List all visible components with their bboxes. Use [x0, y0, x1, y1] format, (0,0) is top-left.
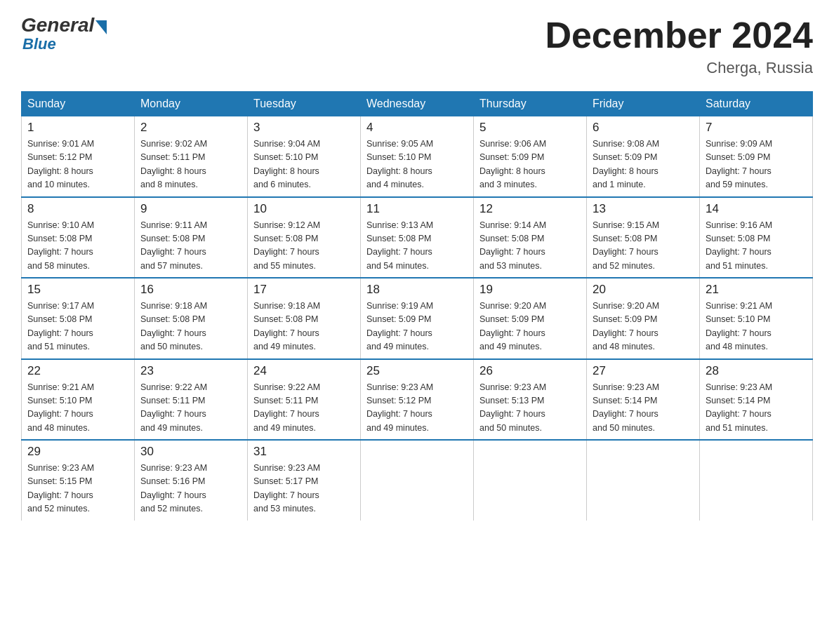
day-number: 18: [366, 283, 468, 297]
day-number: 6: [593, 121, 694, 135]
day-info: Sunrise: 9:06 AM Sunset: 5:09 PM Dayligh…: [479, 137, 581, 192]
day-number: 5: [479, 121, 581, 135]
day-info: Sunrise: 9:10 AM Sunset: 5:08 PM Dayligh…: [27, 219, 128, 274]
day-info: Sunrise: 9:23 AM Sunset: 5:14 PM Dayligh…: [706, 381, 807, 436]
weekday-header-friday: Friday: [587, 92, 700, 116]
calendar-day-cell: [361, 440, 474, 521]
day-number: 13: [593, 202, 694, 216]
calendar-day-cell: 3 Sunrise: 9:04 AM Sunset: 5:10 PM Dayli…: [248, 116, 361, 197]
calendar-day-cell: 26 Sunrise: 9:23 AM Sunset: 5:13 PM Dayl…: [474, 359, 587, 441]
calendar-day-cell: 10 Sunrise: 9:12 AM Sunset: 5:08 PM Dayl…: [248, 197, 361, 279]
calendar-day-cell: 2 Sunrise: 9:02 AM Sunset: 5:11 PM Dayli…: [135, 116, 248, 197]
calendar-day-cell: 30 Sunrise: 9:23 AM Sunset: 5:16 PM Dayl…: [135, 440, 248, 521]
day-info: Sunrise: 9:11 AM Sunset: 5:08 PM Dayligh…: [140, 219, 241, 274]
day-number: 24: [253, 364, 355, 378]
day-info: Sunrise: 9:23 AM Sunset: 5:12 PM Dayligh…: [366, 381, 468, 436]
day-number: 15: [27, 283, 128, 297]
calendar-day-cell: [700, 440, 813, 521]
day-number: 12: [479, 202, 581, 216]
day-number: 27: [593, 364, 694, 378]
calendar-day-cell: 24 Sunrise: 9:22 AM Sunset: 5:11 PM Dayl…: [248, 359, 361, 441]
day-info: Sunrise: 9:23 AM Sunset: 5:13 PM Dayligh…: [479, 381, 581, 436]
day-info: Sunrise: 9:18 AM Sunset: 5:08 PM Dayligh…: [253, 300, 355, 354]
day-info: Sunrise: 9:23 AM Sunset: 5:16 PM Dayligh…: [140, 462, 241, 516]
calendar-day-cell: 16 Sunrise: 9:18 AM Sunset: 5:08 PM Dayl…: [135, 278, 248, 359]
calendar-title: December 2024: [545, 14, 813, 56]
day-info: Sunrise: 9:17 AM Sunset: 5:08 PM Dayligh…: [27, 300, 128, 354]
title-block: December 2024 Cherga, Russia: [545, 14, 813, 77]
calendar-table: SundayMondayTuesdayWednesdayThursdayFrid…: [21, 91, 813, 521]
day-number: 1: [27, 121, 128, 135]
calendar-day-cell: 15 Sunrise: 9:17 AM Sunset: 5:08 PM Dayl…: [22, 278, 135, 359]
day-info: Sunrise: 9:18 AM Sunset: 5:08 PM Dayligh…: [140, 300, 241, 354]
day-info: Sunrise: 9:16 AM Sunset: 5:08 PM Dayligh…: [706, 219, 807, 274]
calendar-day-cell: 5 Sunrise: 9:06 AM Sunset: 5:09 PM Dayli…: [474, 116, 587, 197]
day-number: 23: [140, 364, 241, 378]
calendar-day-cell: 12 Sunrise: 9:14 AM Sunset: 5:08 PM Dayl…: [474, 197, 587, 279]
calendar-day-cell: 11 Sunrise: 9:13 AM Sunset: 5:08 PM Dayl…: [361, 197, 474, 279]
weekday-header-thursday: Thursday: [474, 92, 587, 116]
calendar-day-cell: 22 Sunrise: 9:21 AM Sunset: 5:10 PM Dayl…: [22, 359, 135, 441]
day-number: 3: [253, 121, 355, 135]
day-info: Sunrise: 9:01 AM Sunset: 5:12 PM Dayligh…: [27, 137, 128, 192]
weekday-header-monday: Monday: [135, 92, 248, 116]
day-number: 8: [27, 202, 128, 216]
day-number: 20: [593, 283, 694, 297]
calendar-week-row: 29 Sunrise: 9:23 AM Sunset: 5:15 PM Dayl…: [22, 440, 813, 521]
calendar-day-cell: [587, 440, 700, 521]
day-info: Sunrise: 9:23 AM Sunset: 5:15 PM Dayligh…: [27, 462, 128, 516]
day-info: Sunrise: 9:21 AM Sunset: 5:10 PM Dayligh…: [27, 381, 128, 436]
calendar-day-cell: 7 Sunrise: 9:09 AM Sunset: 5:09 PM Dayli…: [700, 116, 813, 197]
day-info: Sunrise: 9:23 AM Sunset: 5:14 PM Dayligh…: [593, 381, 694, 436]
day-info: Sunrise: 9:12 AM Sunset: 5:08 PM Dayligh…: [253, 219, 355, 274]
day-info: Sunrise: 9:13 AM Sunset: 5:08 PM Dayligh…: [366, 219, 468, 274]
calendar-day-cell: 20 Sunrise: 9:20 AM Sunset: 5:09 PM Dayl…: [587, 278, 700, 359]
day-info: Sunrise: 9:05 AM Sunset: 5:10 PM Dayligh…: [366, 137, 468, 192]
calendar-week-row: 22 Sunrise: 9:21 AM Sunset: 5:10 PM Dayl…: [22, 359, 813, 441]
logo-blue-text: Blue: [22, 35, 56, 53]
day-info: Sunrise: 9:22 AM Sunset: 5:11 PM Dayligh…: [140, 381, 241, 436]
calendar-day-cell: 29 Sunrise: 9:23 AM Sunset: 5:15 PM Dayl…: [22, 440, 135, 521]
day-number: 21: [706, 283, 807, 297]
day-info: Sunrise: 9:23 AM Sunset: 5:17 PM Dayligh…: [253, 462, 355, 516]
calendar-day-cell: 6 Sunrise: 9:08 AM Sunset: 5:09 PM Dayli…: [587, 116, 700, 197]
day-number: 28: [706, 364, 807, 378]
day-number: 2: [140, 121, 241, 135]
calendar-day-cell: 28 Sunrise: 9:23 AM Sunset: 5:14 PM Dayl…: [700, 359, 813, 441]
day-number: 29: [27, 445, 128, 459]
day-number: 17: [253, 283, 355, 297]
day-info: Sunrise: 9:02 AM Sunset: 5:11 PM Dayligh…: [140, 137, 241, 192]
calendar-day-cell: 21 Sunrise: 9:21 AM Sunset: 5:10 PM Dayl…: [700, 278, 813, 359]
logo-general-text: General: [21, 14, 94, 36]
day-number: 31: [253, 445, 355, 459]
day-info: Sunrise: 9:20 AM Sunset: 5:09 PM Dayligh…: [593, 300, 694, 354]
calendar-week-row: 8 Sunrise: 9:10 AM Sunset: 5:08 PM Dayli…: [22, 197, 813, 279]
calendar-header-row: SundayMondayTuesdayWednesdayThursdayFrid…: [22, 92, 813, 116]
day-number: 14: [706, 202, 807, 216]
logo-arrow-icon: [95, 20, 107, 34]
day-info: Sunrise: 9:20 AM Sunset: 5:09 PM Dayligh…: [479, 300, 581, 354]
calendar-week-row: 15 Sunrise: 9:17 AM Sunset: 5:08 PM Dayl…: [22, 278, 813, 359]
day-info: Sunrise: 9:09 AM Sunset: 5:09 PM Dayligh…: [706, 137, 807, 192]
day-info: Sunrise: 9:14 AM Sunset: 5:08 PM Dayligh…: [479, 219, 581, 274]
calendar-day-cell: 19 Sunrise: 9:20 AM Sunset: 5:09 PM Dayl…: [474, 278, 587, 359]
day-number: 25: [366, 364, 468, 378]
calendar-day-cell: [474, 440, 587, 521]
day-number: 11: [366, 202, 468, 216]
calendar-day-cell: 23 Sunrise: 9:22 AM Sunset: 5:11 PM Dayl…: [135, 359, 248, 441]
calendar-day-cell: 8 Sunrise: 9:10 AM Sunset: 5:08 PM Dayli…: [22, 197, 135, 279]
day-number: 26: [479, 364, 581, 378]
weekday-header-wednesday: Wednesday: [361, 92, 474, 116]
day-number: 19: [479, 283, 581, 297]
day-info: Sunrise: 9:22 AM Sunset: 5:11 PM Dayligh…: [253, 381, 355, 436]
page-header: General Blue December 2024 Cherga, Russi…: [21, 14, 813, 77]
day-info: Sunrise: 9:04 AM Sunset: 5:10 PM Dayligh…: [253, 137, 355, 192]
logo: General Blue: [21, 14, 107, 53]
calendar-subtitle: Cherga, Russia: [545, 59, 813, 77]
calendar-day-cell: 25 Sunrise: 9:23 AM Sunset: 5:12 PM Dayl…: [361, 359, 474, 441]
day-number: 7: [706, 121, 807, 135]
day-number: 30: [140, 445, 241, 459]
calendar-day-cell: 4 Sunrise: 9:05 AM Sunset: 5:10 PM Dayli…: [361, 116, 474, 197]
day-number: 4: [366, 121, 468, 135]
calendar-week-row: 1 Sunrise: 9:01 AM Sunset: 5:12 PM Dayli…: [22, 116, 813, 197]
